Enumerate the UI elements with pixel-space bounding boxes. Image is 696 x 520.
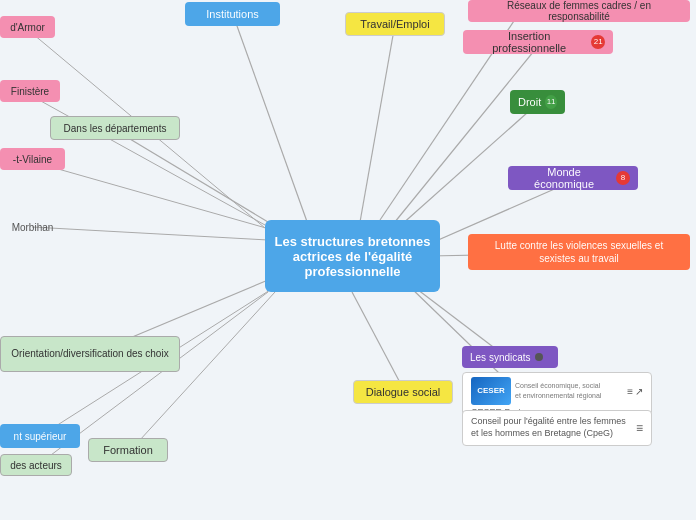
institutions-node[interactable]: Institutions <box>185 2 280 26</box>
cotes-armor-label: d'Armor <box>10 22 45 33</box>
les-syndicats-node[interactable]: Les syndicats <box>462 346 558 368</box>
ceser-logo-img: CESER <box>471 377 511 405</box>
monde-economique-node[interactable]: Monde économique 8 <box>508 166 638 190</box>
insertion-pro-badge: 21 <box>591 35 605 49</box>
formation-node[interactable]: Formation <box>88 438 168 462</box>
morbihan-label: Morbihan <box>12 222 54 233</box>
svg-line-13 <box>352 292 405 392</box>
morbihan-node[interactable]: Morbihan <box>0 218 65 236</box>
finistere-node[interactable]: Finistère <box>0 80 60 102</box>
conseil-egalite-menu-icon[interactable]: ≡ <box>636 421 643 435</box>
dialogue-social-label: Dialogue social <box>366 386 441 398</box>
center-node[interactable]: Les structures bretonnes actrices de l'é… <box>265 220 440 292</box>
institutions-label: Institutions <box>206 8 259 20</box>
ceser-logo-row: CESER Conseil économique, socialet envir… <box>471 377 643 405</box>
ille-vilaine-node[interactable]: -t-Vilaine <box>0 148 65 170</box>
dialogue-social-node[interactable]: Dialogue social <box>353 380 453 404</box>
dans-departements-node[interactable]: Dans les départements <box>50 116 180 140</box>
insertion-pro-node[interactable]: Insertion professionnelle 21 <box>463 30 613 54</box>
svg-line-8 <box>32 227 268 240</box>
cotes-armor-node[interactable]: d'Armor <box>0 16 55 38</box>
monde-economique-badge: 8 <box>616 171 630 185</box>
droit-node[interactable]: Droit 11 <box>510 90 565 114</box>
svg-line-15 <box>129 292 275 452</box>
finistere-label: Finistère <box>11 86 49 97</box>
dans-departements-label: Dans les départements <box>64 123 167 134</box>
droit-label: Droit <box>518 96 541 108</box>
ille-vilaine-label: -t-Vilaine <box>13 154 52 165</box>
enseignement-sup-node[interactable]: nt supérieur <box>0 424 80 448</box>
formation-label: Formation <box>103 444 153 456</box>
reseaux-femmes-label: Réseaux de femmes cadres / en responsabi… <box>476 0 682 22</box>
ceser-icons: ≡ ↗ <box>627 386 643 397</box>
ceser-link-icon[interactable]: ↗ <box>635 386 643 397</box>
monde-economique-label: Monde économique <box>516 166 612 190</box>
svg-line-1 <box>360 24 395 222</box>
lutte-violences-label: Lutte contre les violences sexuelles et … <box>476 239 682 265</box>
conseil-egalite-box[interactable]: Conseil pour l'égalité entre les femmes … <box>462 410 652 446</box>
svg-line-0 <box>232 12 310 230</box>
svg-line-4 <box>115 130 268 222</box>
svg-line-5 <box>30 95 265 225</box>
travail-emploi-label: Travail/Emploi <box>360 18 429 30</box>
des-acteurs-label: des acteurs <box>10 460 62 471</box>
enseignement-sup-label: nt supérieur <box>14 431 67 442</box>
droit-badge: 11 <box>545 95 557 109</box>
les-syndicats-label: Les syndicats <box>470 352 531 363</box>
center-label: Les structures bretonnes actrices de l'é… <box>273 234 432 279</box>
travail-emploi-node[interactable]: Travail/Emploi <box>345 12 445 36</box>
reseaux-femmes-node[interactable]: Réseaux de femmes cadres / en responsabi… <box>468 0 690 22</box>
conseil-egalite-label: Conseil pour l'égalité entre les femmes … <box>471 416 632 439</box>
lutte-violences-node[interactable]: Lutte contre les violences sexuelles et … <box>468 234 690 270</box>
orientation-label: Orientation/diversification des choix <box>11 347 168 361</box>
svg-line-3 <box>390 46 538 228</box>
svg-line-9 <box>400 104 537 226</box>
des-acteurs-node[interactable]: des acteurs <box>0 454 72 476</box>
ceser-menu-icon[interactable]: ≡ <box>627 386 633 397</box>
orientation-node[interactable]: Orientation/diversification des choix <box>0 336 180 372</box>
syndicats-dot <box>535 353 543 361</box>
ceser-text: Conseil économique, socialet environneme… <box>515 381 601 402</box>
svg-line-7 <box>30 161 266 228</box>
insertion-pro-label: Insertion professionnelle <box>471 30 587 54</box>
